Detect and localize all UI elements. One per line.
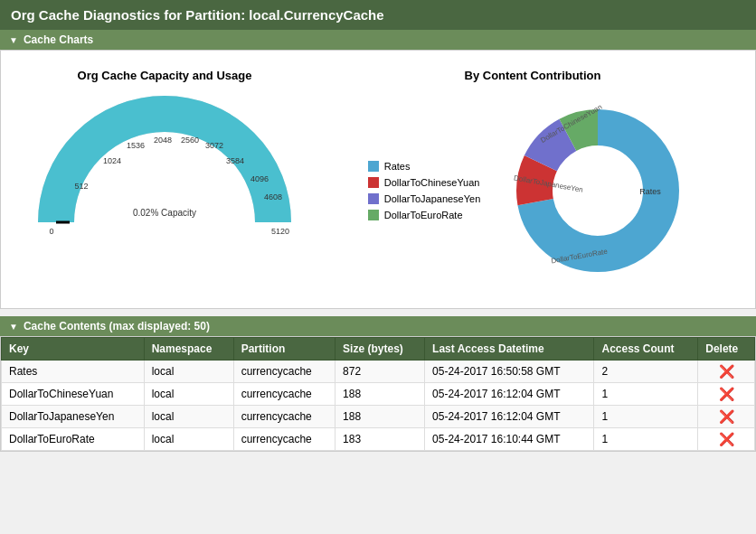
cache-charts-header[interactable]: Cache Charts xyxy=(0,30,756,50)
legend-item-euro-rate: DollarToEuroRate xyxy=(368,210,481,220)
delete-button[interactable]: ❌ xyxy=(705,409,747,424)
cell-access-count: 2 xyxy=(594,361,698,383)
donut-area: Rates DollarToChineseYuan DollarToJapane… xyxy=(368,91,698,290)
donut-label-rates: Rates xyxy=(640,187,662,196)
table-header: Key Namespace Partition Size (bytes) Las… xyxy=(2,338,755,361)
legend-color-chinese-yuan xyxy=(368,177,379,188)
cell-delete: ❌ xyxy=(698,383,755,406)
gauge-chart-area: Org Cache Capacity and Usage 0 xyxy=(20,69,309,236)
legend-label-japanese-yen: DollarToJapaneseYen xyxy=(384,193,481,204)
svg-text:4096: 4096 xyxy=(250,174,269,183)
gauge-wrapper: 0 512 1024 1536 2048 2560 3072 3584 4096… xyxy=(38,91,291,236)
legend-color-japanese-yen xyxy=(368,193,379,204)
page-title: Org Cache Diagnostics for Partition: loc… xyxy=(0,0,756,30)
cell-key: DollarToJapaneseYen xyxy=(2,406,145,428)
col-key: Key xyxy=(2,338,145,361)
table-row: DollarToJapaneseYen local currencycache … xyxy=(2,406,755,428)
donut-chart-area: By Content Contribution Rates DollarToCh… xyxy=(329,69,736,290)
svg-text:0: 0 xyxy=(49,227,53,236)
table-row: DollarToChineseYuan local currencycache … xyxy=(2,383,755,406)
delete-button[interactable]: ❌ xyxy=(705,387,747,401)
delete-button[interactable]: ❌ xyxy=(705,364,747,379)
col-delete: Delete xyxy=(698,338,755,361)
cell-size: 188 xyxy=(335,383,425,406)
cell-delete: ❌ xyxy=(698,361,755,383)
svg-text:2048: 2048 xyxy=(154,136,172,145)
svg-text:512: 512 xyxy=(74,182,88,191)
cell-partition: currencycache xyxy=(233,383,335,406)
gauge-chart-title: Org Cache Capacity and Usage xyxy=(78,69,252,82)
cell-last-access: 05-24-2017 16:12:04 GMT xyxy=(425,383,594,406)
cache-contents-label: Cache Contents (max displayed: 50) xyxy=(24,320,210,333)
svg-text:2560: 2560 xyxy=(181,136,199,145)
legend-color-rates xyxy=(368,161,379,172)
donut-label-euro-rate: DollarToEuroRate xyxy=(498,91,556,93)
col-size: Size (bytes) xyxy=(335,338,425,361)
cache-charts-section: Cache Charts Org Cache Capacity and Usag… xyxy=(0,30,756,309)
col-partition: Partition xyxy=(233,338,335,361)
cell-size: 183 xyxy=(335,428,425,451)
cell-key: Rates xyxy=(2,361,145,383)
svg-text:3584: 3584 xyxy=(226,156,244,165)
cell-delete: ❌ xyxy=(698,406,755,428)
gauge-svg: 0 512 1024 1536 2048 2560 3072 3584 4096… xyxy=(38,91,291,236)
cache-contents-table: Key Namespace Partition Size (bytes) Las… xyxy=(1,337,755,451)
cache-contents-header[interactable]: Cache Contents (max displayed: 50) xyxy=(0,316,756,336)
svg-text:0.02% Capacity: 0.02% Capacity xyxy=(133,208,196,218)
legend-color-euro-rate xyxy=(368,210,379,220)
donut-legend: Rates DollarToChineseYuan DollarToJapane… xyxy=(368,161,481,220)
cell-partition: currencycache xyxy=(233,406,335,428)
cell-partition: currencycache xyxy=(233,361,335,383)
delete-button[interactable]: ❌ xyxy=(705,432,747,446)
legend-item-chinese-yuan: DollarToChineseYuan xyxy=(368,177,481,188)
cell-namespace: local xyxy=(144,406,233,428)
cache-contents-table-wrapper: Key Namespace Partition Size (bytes) Las… xyxy=(0,336,756,452)
table-body: Rates local currencycache 872 05-24-2017… xyxy=(2,361,755,451)
cell-namespace: local xyxy=(144,428,233,451)
svg-text:4608: 4608 xyxy=(264,192,282,201)
svg-text:1536: 1536 xyxy=(127,141,145,150)
legend-item-japanese-yen: DollarToJapaneseYen xyxy=(368,193,481,204)
donut-label-chinese-yuan: DollarToChineseYuan xyxy=(498,91,568,93)
cell-namespace: local xyxy=(144,383,233,406)
cell-key: DollarToEuroRate xyxy=(2,428,145,451)
cell-access-count: 1 xyxy=(594,383,698,406)
legend-item-rates: Rates xyxy=(368,161,481,172)
cache-charts-label: Cache Charts xyxy=(24,33,93,46)
cell-namespace: local xyxy=(144,361,233,383)
col-namespace: Namespace xyxy=(144,338,233,361)
col-access-count: Access Count xyxy=(594,338,698,361)
legend-label-euro-rate: DollarToEuroRate xyxy=(384,210,463,220)
charts-container-wrapper: Org Cache Capacity and Usage 0 xyxy=(0,50,756,309)
cell-delete: ❌ xyxy=(698,428,755,451)
table-row: Rates local currencycache 872 05-24-2017… xyxy=(2,361,755,383)
legend-label-chinese-yuan: DollarToChineseYuan xyxy=(384,177,480,188)
table-row: DollarToEuroRate local currencycache 183… xyxy=(2,428,755,451)
donut-label-japanese-yen: DollarToJapaneseYen xyxy=(498,91,569,93)
cell-last-access: 05-24-2017 16:10:44 GMT xyxy=(425,428,594,451)
cell-partition: currencycache xyxy=(233,428,335,451)
cache-contents-section: Cache Contents (max displayed: 50) Key N… xyxy=(0,316,756,452)
donut-svg: Rates DollarToChineseYuan DollarToJapane… xyxy=(498,91,697,290)
donut-chart-title: By Content Contribution xyxy=(465,69,601,82)
cell-size: 872 xyxy=(335,361,425,383)
cell-last-access: 05-24-2017 16:50:58 GMT xyxy=(425,361,594,383)
cell-size: 188 xyxy=(335,406,425,428)
charts-container: Org Cache Capacity and Usage 0 xyxy=(10,60,746,299)
legend-label-rates: Rates xyxy=(384,161,411,172)
svg-text:3072: 3072 xyxy=(205,141,223,150)
cell-last-access: 05-24-2017 16:12:04 GMT xyxy=(425,406,594,428)
cell-access-count: 1 xyxy=(594,406,698,428)
col-last-access: Last Access Datetime xyxy=(425,338,594,361)
cell-access-count: 1 xyxy=(594,428,698,451)
cell-key: DollarToChineseYuan xyxy=(2,383,145,406)
svg-text:1024: 1024 xyxy=(103,156,121,165)
svg-text:5120: 5120 xyxy=(271,227,289,236)
